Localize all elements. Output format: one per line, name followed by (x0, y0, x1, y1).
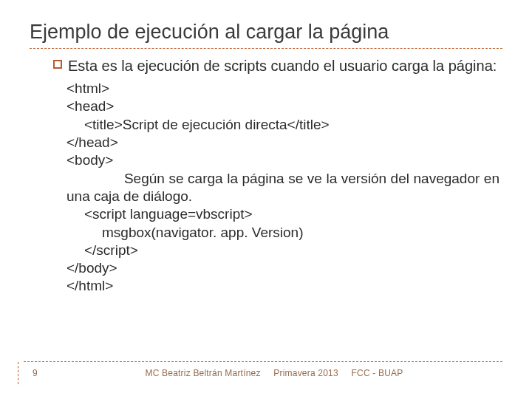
bullet-icon (53, 60, 62, 69)
bullet-text: Esta es la ejecución de scripts cuando e… (68, 56, 497, 75)
footer-org-text: FCC - BUAP (351, 368, 403, 378)
code-block: <html> <head> <title>Script de ejecución… (66, 80, 499, 296)
code-line: <script language=vbscript> (66, 205, 499, 223)
code-text: </scr (84, 242, 115, 258)
page-number: 9 (24, 368, 46, 378)
footer-author-text: MC Beatriz Beltrán Martínez (146, 368, 261, 378)
code-line: </body> (66, 259, 499, 277)
code-line: <head> (66, 98, 499, 115)
footer-author: MC Beatriz Beltrán Martínez Primavera 20… (46, 368, 502, 378)
code-line: Según se carga la página se ve la versió… (66, 170, 499, 206)
slide-content: Esta es la ejecución de scripts cuando e… (30, 56, 502, 296)
code-line: </script> (66, 242, 499, 259)
code-line: <body> (66, 151, 499, 169)
page-number-text: 9 (24, 368, 38, 378)
code-line: <title>Script de ejecución directa</titl… (66, 116, 499, 134)
code-line: msgbox(navigator. app. Version) (66, 224, 499, 242)
footer-divider (24, 361, 502, 362)
bullet-item: Esta es la ejecución de scripts cuando e… (53, 56, 499, 75)
code-line: </head> (66, 134, 499, 151)
footer-term-text: Primavera 2013 (273, 368, 338, 378)
code-line: <html> (66, 80, 499, 98)
code-text: ipt> (115, 242, 138, 258)
title-divider (30, 48, 502, 49)
code-line: </html> (66, 277, 499, 295)
code-text: Según se carga la página se ve la versió… (66, 171, 499, 204)
slide-title: Ejemplo de ejecución al cargar la página (30, 21, 502, 44)
slide-footer: 9 MC Beatriz Beltrán Martínez Primavera … (0, 361, 532, 378)
